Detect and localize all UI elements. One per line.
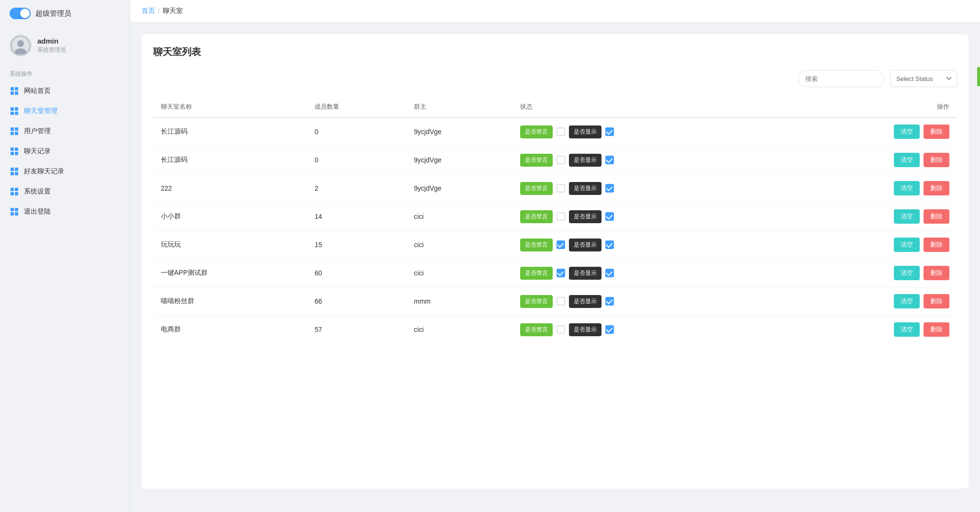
settings-icon (10, 187, 19, 196)
clear-button[interactable]: 清空 (894, 322, 920, 337)
cell-action: 清空 删除 (782, 203, 957, 231)
col-action: 操作 (782, 97, 957, 117)
show-checkbox[interactable] (605, 325, 614, 334)
sidebar-item-friendlog[interactable]: 好友聊天记录 (0, 161, 130, 182)
show-button[interactable]: 是否显示 (569, 125, 601, 138)
delete-button[interactable]: 删除 (924, 209, 949, 224)
ban-button[interactable]: 是否禁言 (520, 295, 553, 308)
cell-owner: cici (406, 316, 512, 344)
table-row: 喵喵粉丝群 66 mmm 是否禁言 是否显示 清空 删除 (153, 287, 957, 316)
show-button[interactable]: 是否显示 (569, 295, 601, 308)
status-select[interactable]: Select Status 启用 禁用 (890, 70, 957, 87)
svg-rect-7 (11, 107, 14, 111)
show-checkbox[interactable] (605, 269, 614, 277)
clear-button[interactable]: 清空 (894, 238, 920, 252)
delete-button[interactable]: 删除 (924, 294, 949, 308)
cell-name: 喵喵粉丝群 (153, 287, 307, 316)
search-input[interactable] (798, 70, 884, 87)
sidebar: 超级管理员 admin 系统管理员 系统操作 网站首页 聊天室管理 (0, 0, 130, 512)
cell-status: 是否禁言 是否显示 (512, 117, 782, 146)
svg-rect-20 (15, 168, 18, 171)
show-button[interactable]: 是否显示 (569, 154, 601, 167)
delete-button[interactable]: 删除 (924, 181, 949, 195)
cell-status: 是否禁言 是否显示 (512, 203, 782, 231)
table-row: 玩玩玩 15 cici 是否禁言 是否显示 清空 删除 (153, 231, 957, 259)
section-label: 系统操作 (0, 64, 130, 81)
breadcrumb-home[interactable]: 首页 (142, 7, 155, 15)
cell-name: 小小群 (153, 203, 307, 231)
ban-checkbox[interactable] (557, 127, 565, 136)
svg-rect-10 (15, 112, 18, 115)
chatlog-icon (10, 147, 19, 156)
delete-button[interactable]: 删除 (924, 125, 949, 139)
ban-button[interactable]: 是否禁言 (520, 125, 553, 138)
show-checkbox[interactable] (605, 240, 614, 249)
cell-name: 一键APP测试群 (153, 259, 307, 287)
cell-owner: 9ycjdVge (406, 174, 512, 203)
ban-checkbox[interactable] (557, 240, 565, 249)
ban-checkbox[interactable] (557, 325, 565, 334)
table-row: 电商群 57 cici 是否禁言 是否显示 清空 删除 (153, 316, 957, 344)
show-checkbox[interactable] (605, 184, 614, 193)
page-card: 聊天室列表 Select Status 启用 禁用 聊天室名称 成员数量 群主 … (142, 34, 969, 489)
show-checkbox[interactable] (605, 212, 614, 221)
clear-button[interactable]: 清空 (894, 266, 920, 280)
main-nav: 网站首页 聊天室管理 用户管理 聊天记录 好友聊天记录 (0, 81, 130, 222)
show-button[interactable]: 是否显示 (569, 323, 601, 336)
delete-button[interactable]: 删除 (924, 153, 949, 167)
user-profile: admin 系统管理员 (0, 27, 130, 64)
sidebar-label-home: 网站首页 (24, 87, 51, 95)
ban-button[interactable]: 是否禁言 (520, 154, 553, 167)
ban-button[interactable]: 是否禁言 (520, 210, 553, 223)
cell-owner: cici (406, 203, 512, 231)
show-button[interactable]: 是否显示 (569, 182, 601, 195)
ban-checkbox[interactable] (557, 212, 565, 221)
show-button[interactable]: 是否显示 (569, 210, 601, 223)
sidebar-item-users[interactable]: 用户管理 (0, 121, 130, 141)
cell-status: 是否禁言 是否显示 (512, 146, 782, 174)
show-checkbox[interactable] (605, 297, 614, 306)
page-title: 聊天室列表 (153, 46, 957, 58)
svg-rect-22 (15, 172, 18, 175)
svg-rect-24 (15, 188, 18, 191)
ban-button[interactable]: 是否禁言 (520, 267, 553, 280)
ban-checkbox[interactable] (557, 297, 565, 306)
theme-toggle[interactable] (10, 8, 31, 19)
ban-checkbox[interactable] (557, 184, 565, 193)
cell-members: 60 (307, 259, 406, 287)
table-row: 长江源码 0 9ycjdVge 是否禁言 是否显示 清空 删除 (153, 117, 957, 146)
svg-rect-17 (11, 152, 14, 155)
delete-button[interactable]: 删除 (924, 322, 949, 337)
ban-button[interactable]: 是否禁言 (520, 323, 553, 336)
show-checkbox[interactable] (605, 156, 614, 164)
sidebar-item-settings[interactable]: 系统设置 (0, 182, 130, 202)
ban-button[interactable]: 是否禁言 (520, 182, 553, 195)
cell-owner: mmm (406, 287, 512, 316)
sidebar-item-chatlog[interactable]: 聊天记录 (0, 141, 130, 161)
show-button[interactable]: 是否显示 (569, 267, 601, 280)
sidebar-item-logout[interactable]: 退出登陆 (0, 202, 130, 222)
cell-owner: cici (406, 259, 512, 287)
clear-button[interactable]: 清空 (894, 209, 920, 224)
sidebar-item-home[interactable]: 网站首页 (0, 81, 130, 101)
show-checkbox[interactable] (605, 127, 614, 136)
svg-rect-23 (11, 188, 14, 191)
user-role: 系统管理员 (37, 46, 66, 54)
sidebar-item-chatroom[interactable]: 聊天室管理 (0, 101, 130, 121)
delete-button[interactable]: 删除 (924, 238, 949, 252)
cell-action: 清空 删除 (782, 287, 957, 316)
show-button[interactable]: 是否显示 (569, 239, 601, 251)
clear-button[interactable]: 清空 (894, 125, 920, 139)
cell-action: 清空 删除 (782, 174, 957, 203)
cell-owner: 9ycjdVge (406, 117, 512, 146)
ban-checkbox[interactable] (557, 156, 565, 164)
breadcrumb-current: 聊天室 (163, 7, 183, 15)
clear-button[interactable]: 清空 (894, 153, 920, 167)
cell-status: 是否禁言 是否显示 (512, 231, 782, 259)
delete-button[interactable]: 删除 (924, 266, 949, 280)
ban-button[interactable]: 是否禁言 (520, 239, 553, 251)
cell-name: 电商群 (153, 316, 307, 344)
clear-button[interactable]: 清空 (894, 181, 920, 195)
ban-checkbox[interactable] (557, 269, 565, 277)
clear-button[interactable]: 清空 (894, 294, 920, 308)
